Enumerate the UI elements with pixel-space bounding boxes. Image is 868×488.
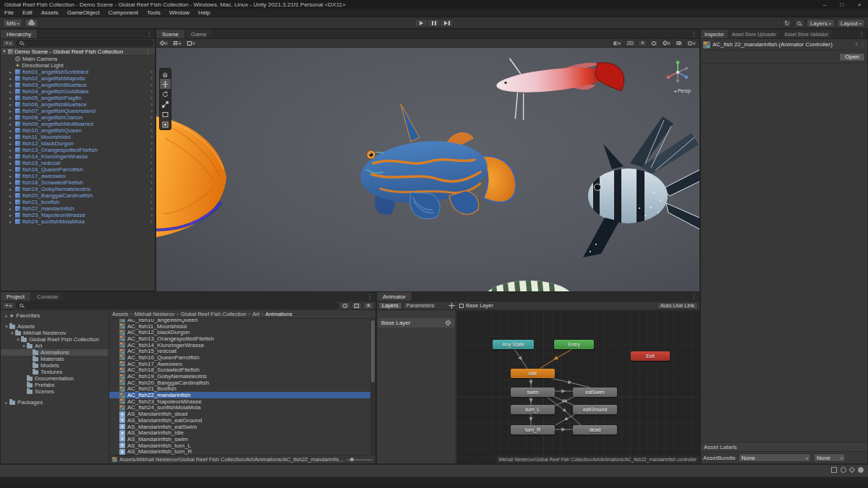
rect-tool-button[interactable] xyxy=(160,109,171,119)
hierarchy-item-fish21[interactable]: ▸fish21_boxfish› xyxy=(1,199,155,205)
menu-window[interactable]: Window xyxy=(165,9,194,17)
hierarchy-item-fish18[interactable]: ▸fish18_ScrawledFilefish› xyxy=(1,179,155,186)
search-by-type-button[interactable] xyxy=(340,302,350,309)
tree-models[interactable]: Models xyxy=(1,362,109,369)
tab-console[interactable]: Console xyxy=(31,292,64,301)
breadcrumb-collection[interactable]: Global Reef Fish Collection xyxy=(181,311,247,317)
tree-favorites[interactable]: ▸★Favorites xyxy=(1,312,109,319)
prefab-open-icon[interactable]: › xyxy=(150,108,153,114)
view-tool-button[interactable] xyxy=(160,69,171,79)
project-menu-icon[interactable]: ⋮ xyxy=(364,292,375,301)
prefab-open-icon[interactable]: › xyxy=(150,140,153,147)
tab-asset-store-uploader[interactable]: Asset Store Uploader xyxy=(728,30,781,38)
file-row[interactable]: AC_fish18_ScrawledFilefish xyxy=(109,367,375,374)
hierarchy-item-fish08[interactable]: ▸fish08_angelfishClarion› xyxy=(1,114,155,121)
animator-state-swim[interactable]: swim xyxy=(511,388,555,397)
scale-tool-button[interactable] xyxy=(160,99,171,109)
breadcrumb-art[interactable]: Art xyxy=(252,311,260,317)
file-row[interactable]: AC_fish11_MoorishIdol xyxy=(109,323,375,330)
animator-menu-icon[interactable]: ⋮ xyxy=(688,292,699,301)
tab-animator[interactable]: Animator xyxy=(377,292,412,301)
icon-size-slider[interactable] xyxy=(346,459,373,461)
file-row[interactable]: AS_Mandarinfish_dead xyxy=(109,411,375,417)
gizmos-dropdown[interactable]: ▾ xyxy=(686,40,697,47)
undo-history-button[interactable]: ↻ xyxy=(782,19,792,27)
prefab-open-icon[interactable]: › xyxy=(150,114,153,121)
hierarchy-item-fish06[interactable]: ▸fish06_angelfishBlueface› xyxy=(1,101,155,108)
tab-game[interactable]: Game xyxy=(185,30,213,38)
assetbundle-dropdown[interactable]: None▾ xyxy=(739,453,811,462)
step-button[interactable] xyxy=(441,19,454,27)
hierarchy-item-fish10[interactable]: ▸fish10_angelfishQueen› xyxy=(1,127,155,134)
projection-label[interactable]: ◂ Persp xyxy=(674,88,691,93)
prefab-open-icon[interactable]: › xyxy=(150,127,153,134)
tree-materials[interactable]: Materials xyxy=(1,356,109,362)
close-button[interactable]: × xyxy=(851,0,868,9)
prefab-open-icon[interactable]: › xyxy=(150,192,153,199)
snap-settings-dropdown[interactable]: ▾ xyxy=(185,40,197,47)
scene-camera-dropdown[interactable]: ▾ xyxy=(611,40,623,47)
layer-item-base-layer[interactable]: Base Layer xyxy=(378,318,454,328)
move-tool-button[interactable] xyxy=(160,79,171,89)
maximize-button[interactable]: □ xyxy=(833,0,851,9)
notifications-icon[interactable] xyxy=(849,467,855,473)
grid-settings-dropdown[interactable]: ▾ xyxy=(171,40,183,47)
file-row[interactable]: AC_fish21_Boxfish xyxy=(109,386,375,393)
menu-edit[interactable]: Edit xyxy=(18,9,37,17)
animator-state-eatground[interactable]: eatGround xyxy=(573,405,617,414)
account-dropdown[interactable]: MN▾ xyxy=(3,19,22,27)
menu-help[interactable]: Help xyxy=(194,9,214,17)
file-row[interactable]: AC_fish16_QueenParrotfish xyxy=(109,354,375,361)
hierarchy-add-button[interactable]: +▾ xyxy=(2,40,14,47)
tab-inspector[interactable]: Inspector xyxy=(701,30,728,38)
prefab-open-icon[interactable]: › xyxy=(150,199,153,205)
menu-tools[interactable]: Tools xyxy=(142,9,165,17)
hierarchy-item-fish04[interactable]: ▸fish04_angelfishGoldflake› xyxy=(1,88,155,95)
tree-animations[interactable]: Animations xyxy=(1,349,109,356)
prefab-open-icon[interactable]: › xyxy=(150,160,153,166)
project-search-input[interactable] xyxy=(16,302,339,309)
hierarchy-item-fish17[interactable]: ▸fish17_aweoweo› xyxy=(1,173,155,179)
scene-canvas[interactable]: ◂ Persp xyxy=(156,48,699,292)
project-add-button[interactable]: +▾ xyxy=(2,302,14,309)
hierarchy-item-directional-light[interactable]: ☀Directional Light xyxy=(1,62,155,69)
tree-packages[interactable]: ▸Packages xyxy=(1,399,109,406)
file-row[interactable]: AC_fish17_Aweoweo xyxy=(109,361,375,367)
inspector-menu-icon[interactable]: ⋮ xyxy=(856,30,867,38)
file-row[interactable]: AC_fish12_blackDurgon xyxy=(109,329,375,335)
file-row[interactable]: AS_Mandarinfish_idle xyxy=(109,429,375,436)
animator-state-turn-r[interactable]: turn_R xyxy=(511,425,555,435)
prefab-open-icon[interactable]: › xyxy=(150,75,153,82)
file-list-scrollbar[interactable] xyxy=(370,319,375,455)
progress-icon[interactable] xyxy=(858,467,864,473)
tree-documentation[interactable]: Documentation xyxy=(1,375,109,382)
prefab-open-icon[interactable]: › xyxy=(150,205,153,212)
file-row[interactable]: AC_fish23_NapoleonWrasse xyxy=(109,398,375,405)
scene-fish-cardinalfish[interactable] xyxy=(583,116,699,257)
scene-orientation-gizmo[interactable] xyxy=(662,56,694,88)
prefab-open-icon[interactable]: › xyxy=(150,82,153,88)
tree-art[interactable]: ▼Art xyxy=(1,343,109,349)
lighting-toggle[interactable]: ☀ xyxy=(638,40,647,47)
prefab-open-icon[interactable]: › xyxy=(150,166,153,173)
prefab-open-icon[interactable]: › xyxy=(150,147,153,153)
tree-prefabs[interactable]: Prefabs xyxy=(1,382,109,388)
layers-tab-button[interactable]: Layers xyxy=(378,302,402,309)
file-row[interactable]: AC_fish24_sunfishMolaMola xyxy=(109,405,375,411)
prefab-open-icon[interactable]: › xyxy=(150,134,153,140)
minimize-button[interactable]: – xyxy=(816,0,833,9)
file-row[interactable]: AC_fish19_GobyNemateleotris xyxy=(109,373,375,380)
state-machine-graph[interactable]: Any State Entry Exit Idle swim eatSwim t… xyxy=(456,310,699,463)
effects-dropdown[interactable]: ▾ xyxy=(661,40,672,47)
animator-state-idle[interactable]: Idle xyxy=(511,369,555,378)
hierarchy-item-fish14[interactable]: ▸fish14_KlunzingerWrasse› xyxy=(1,153,155,160)
prefab-open-icon[interactable]: › xyxy=(150,179,153,186)
pause-button[interactable] xyxy=(427,19,441,27)
file-row[interactable]: AC_fish13_OrangespottedFilefish xyxy=(109,335,375,342)
collapse-arrow-icon[interactable]: ▼ xyxy=(2,49,7,53)
breadcrumb-assets[interactable]: Assets xyxy=(112,311,129,317)
header-menu-icon[interactable]: ⋮ xyxy=(860,42,865,48)
tree-scenes[interactable]: Scenes xyxy=(1,388,109,395)
hierarchy-item-fish05[interactable]: ▸fish05_angelfishFlagfin› xyxy=(1,95,155,101)
audio-toggle[interactable] xyxy=(650,40,659,47)
